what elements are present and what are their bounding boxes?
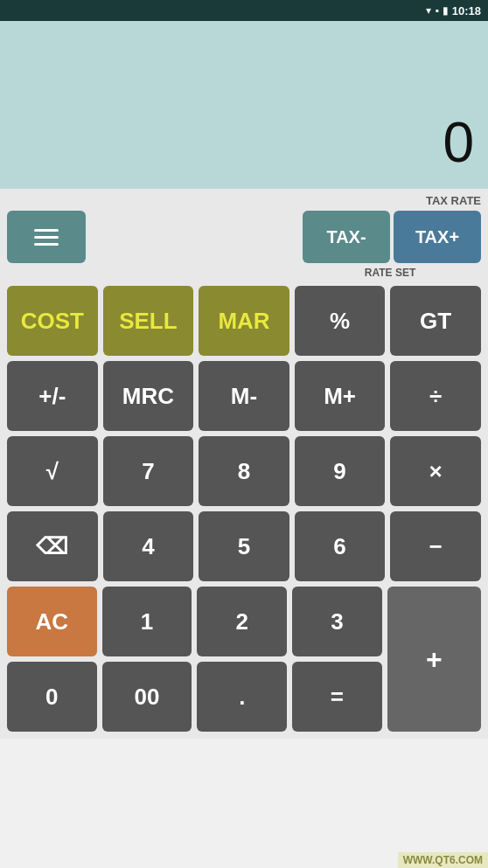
equals-button[interactable]: = — [292, 662, 382, 732]
sell-button[interactable]: SELL — [103, 286, 194, 356]
dot-button[interactable]: . — [197, 662, 287, 732]
two-button[interactable]: 2 — [197, 587, 287, 656]
zero-button[interactable]: 0 — [7, 662, 97, 732]
menu-tax-row: TAX- TAX+ — [0, 207, 488, 265]
ac-button[interactable]: AC — [7, 587, 97, 656]
display-value: 0 — [443, 110, 474, 175]
signal-icon: ▪ — [435, 4, 438, 17]
m-minus-button[interactable]: M- — [199, 361, 289, 431]
four-button[interactable]: 4 — [103, 511, 194, 581]
tax-btn-group: TAX- TAX+ — [303, 211, 481, 263]
multiply-button[interactable]: × — [390, 436, 481, 506]
plus-button[interactable]: + — [387, 587, 481, 732]
display-area: 0 — [0, 21, 488, 189]
plus-minus-button[interactable]: +/- — [7, 361, 98, 431]
row-789: √ 7 8 9 × — [7, 436, 481, 506]
minus-button[interactable]: − — [390, 511, 481, 581]
backspace-button[interactable]: ⌫ — [7, 511, 98, 581]
eight-button[interactable]: 8 — [199, 436, 289, 506]
row-123: AC 1 2 3 — [7, 587, 382, 656]
tax-plus-button[interactable]: TAX+ — [394, 211, 481, 263]
nine-button[interactable]: 9 — [295, 436, 386, 506]
tax-minus-button[interactable]: TAX- — [303, 211, 390, 263]
tax-rate-row: TAX RATE — [0, 189, 488, 207]
three-button[interactable]: 3 — [292, 587, 382, 656]
button-grid: COST SELL MAR % GT +/- MRC M- M+ ÷ √ 7 8… — [0, 282, 488, 739]
battery-icon: ▮ — [443, 4, 449, 17]
rate-set-row: RATE SET — [0, 265, 488, 282]
seven-button[interactable]: 7 — [103, 436, 194, 506]
wifi-icon: ▾ — [426, 4, 431, 17]
last-rows-left: AC 1 2 3 0 00 . = — [7, 587, 382, 732]
five-button[interactable]: 5 — [199, 511, 289, 581]
sqrt-button[interactable]: √ — [7, 436, 98, 506]
double-zero-button[interactable]: 00 — [102, 662, 192, 732]
row-0: 0 00 . = — [7, 662, 382, 732]
menu-button[interactable] — [7, 211, 86, 263]
row-456: ⌫ 4 5 6 − — [7, 511, 481, 581]
status-time: 10:18 — [452, 4, 481, 17]
tax-rate-label: TAX RATE — [426, 194, 481, 207]
cost-button[interactable]: COST — [7, 286, 98, 356]
watermark: WWW.QT6.COM — [398, 852, 488, 868]
hamburger-icon — [34, 229, 59, 246]
gt-button[interactable]: GT — [390, 286, 481, 356]
row-cost: COST SELL MAR % GT — [7, 286, 481, 356]
calculator-body: TAX RATE TAX- TAX+ RATE SET COST SELL — [0, 189, 488, 739]
row-memory: +/- MRC M- M+ ÷ — [7, 361, 481, 431]
percent-button[interactable]: % — [295, 286, 386, 356]
mar-button[interactable]: MAR — [199, 286, 289, 356]
rate-set-label: RATE SET — [299, 267, 481, 279]
six-button[interactable]: 6 — [295, 511, 386, 581]
status-bar: ▾ ▪ ▮ 10:18 — [0, 0, 488, 21]
m-plus-button[interactable]: M+ — [295, 361, 386, 431]
divide-button[interactable]: ÷ — [390, 361, 481, 431]
one-button[interactable]: 1 — [102, 587, 192, 656]
status-icons: ▾ ▪ ▮ 10:18 — [426, 4, 481, 17]
last-rows: AC 1 2 3 0 00 . = + — [7, 587, 481, 732]
mrc-button[interactable]: MRC — [103, 361, 194, 431]
